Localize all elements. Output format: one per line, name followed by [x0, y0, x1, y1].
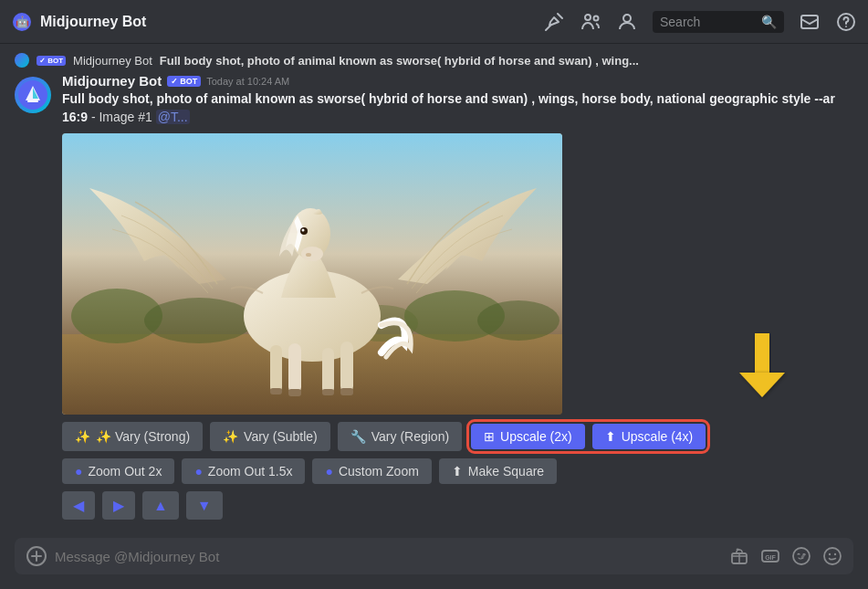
vary-region-label: Vary (Region) [371, 429, 449, 444]
message-suffix: - Image #1 [91, 110, 156, 124]
vary-region-button[interactable]: 🔧 Vary (Region) [338, 422, 462, 451]
upscale-2x-button[interactable]: ⊞ Upscale (2x) [471, 424, 585, 449]
search-bar[interactable]: Search 🔍 [653, 11, 784, 33]
notif-bot-name: Midjourney Bot [73, 54, 152, 68]
svg-rect-27 [288, 389, 301, 396]
buttons-section: ✨ ✨ Vary (Strong) ✨ Vary (Subtle) 🔧 Vary… [62, 422, 853, 520]
zoom-out-1-5x-button[interactable]: ● Zoom Out 1.5x [182, 458, 305, 484]
custom-zoom-label: Custom Zoom [339, 464, 419, 479]
vary-strong-label: ✨ Vary (Strong) [96, 429, 190, 444]
svg-point-39 [829, 553, 831, 555]
zoom-out-2x-button[interactable]: ● Zoom Out 2x [62, 458, 174, 484]
svg-text:🤖: 🤖 [16, 15, 29, 28]
svg-point-19 [301, 247, 323, 261]
vary-subtle-label: Vary (Subtle) [244, 429, 318, 444]
notif-avatar [15, 53, 29, 68]
pin-icon[interactable] [543, 11, 565, 33]
svg-rect-9 [27, 100, 38, 102]
gift-icon[interactable] [729, 546, 749, 566]
svg-rect-28 [322, 389, 334, 395]
make-square-label: Make Square [468, 464, 544, 479]
message-input[interactable] [55, 549, 722, 564]
buttons-row-3: ◀ ▶ ▲ ▼ [62, 491, 853, 520]
svg-text:GIF: GIF [765, 554, 776, 561]
message-header: Midjourney Bot ✓ BOT Today at 10:24 AM [62, 73, 853, 89]
gif-icon[interactable]: GIF [760, 546, 780, 566]
top-bar-left: 🤖 Midjourney Bot [11, 11, 536, 33]
help-icon[interactable] [835, 11, 857, 33]
svg-point-20 [306, 253, 311, 257]
inbox-icon[interactable] [799, 11, 821, 33]
highlighted-buttons-wrapper: ⊞ Upscale (2x) ⬆ Upscale (4x) [469, 422, 707, 451]
yellow-arrow [735, 329, 790, 405]
vary-subtle-button[interactable]: ✨ Vary (Subtle) [210, 422, 330, 451]
svg-point-3 [594, 16, 599, 20]
notification-row: ✓ BOT Midjourney Bot Full body shot, pho… [15, 51, 853, 73]
svg-point-38 [824, 548, 841, 564]
profile-icon[interactable] [616, 11, 638, 33]
svg-rect-31 [755, 333, 769, 374]
top-bar: 🤖 Midjourney Bot [0, 0, 868, 44]
notif-message-preview: Full body shot, photo of animal known as… [160, 54, 639, 68]
arrow-right-button[interactable]: ▶ [102, 491, 135, 520]
arrow-down-button[interactable]: ▼ [186, 491, 223, 520]
svg-rect-5 [801, 16, 818, 28]
zoom-out-1-5x-label: Zoom Out 1.5x [208, 464, 293, 479]
vary-strong-button[interactable]: ✨ ✨ Vary (Strong) [62, 422, 203, 451]
username: Midjourney Bot [62, 73, 162, 89]
svg-point-13 [144, 298, 254, 343]
svg-point-22 [302, 229, 305, 232]
buttons-row-2: ● Zoom Out 2x ● Zoom Out 1.5x ● Custom Z… [62, 458, 853, 484]
arrow-left-icon: ◀ [73, 497, 84, 514]
search-icon: 🔍 [761, 15, 777, 29]
vary-subtle-icon: ✨ [223, 429, 238, 444]
message-row: Midjourney Bot ✓ BOT Today at 10:24 AM F… [15, 73, 853, 520]
add-attachment-button[interactable] [26, 545, 47, 567]
zoom-out-2x-icon: ● [75, 464, 82, 479]
buttons-row-1: ✨ ✨ Vary (Strong) ✨ Vary (Subtle) 🔧 Vary… [62, 422, 853, 451]
svg-point-40 [834, 553, 836, 555]
members-icon[interactable] [580, 11, 601, 33]
arrow-down-icon: ▼ [197, 498, 212, 514]
arrow-left-button[interactable]: ◀ [62, 491, 95, 520]
arrow-up-icon: ▲ [153, 498, 168, 514]
avatar [15, 77, 51, 113]
avatar-image [15, 77, 51, 113]
badge-text: BOT [180, 77, 197, 86]
svg-rect-24 [322, 348, 334, 394]
svg-rect-26 [340, 342, 353, 393]
vary-region-icon: 🔧 [350, 429, 366, 444]
arrow-right-icon: ▶ [113, 497, 124, 514]
highlight-box: ⊞ Upscale (2x) ⬆ Upscale (4x) [469, 422, 707, 451]
upscale-4x-button[interactable]: ⬆ Upscale (4x) [592, 424, 706, 449]
generated-image [62, 133, 562, 415]
upscale-2x-label: Upscale (2x) [500, 429, 572, 444]
emoji-icon[interactable] [822, 546, 842, 566]
channel-icon: 🤖 [11, 11, 33, 33]
channel-name: Midjourney Bot [40, 14, 146, 30]
svg-point-15 [477, 300, 559, 341]
top-bar-right: Search 🔍 [543, 11, 857, 33]
arrow-up-button[interactable]: ▲ [142, 491, 179, 520]
svg-rect-30 [340, 388, 353, 395]
upscale-4x-label: Upscale (4x) [622, 429, 694, 444]
svg-rect-25 [270, 345, 282, 393]
main-content: ✓ BOT Midjourney Bot Full body shot, pho… [0, 44, 868, 538]
zoom-out-1-5x-icon: ● [194, 464, 202, 479]
svg-point-4 [623, 15, 631, 22]
make-square-button[interactable]: ⬆ Make Square [439, 458, 557, 484]
svg-point-7 [846, 26, 847, 26]
notif-bot-badge: ✓ BOT [37, 56, 66, 66]
message-text: Full body shot, photo of animal known as… [62, 90, 853, 126]
svg-point-2 [585, 15, 591, 20]
upscale-4x-icon: ⬆ [605, 429, 616, 444]
svg-rect-29 [270, 388, 282, 394]
bot-badge: ✓ BOT [167, 76, 201, 87]
image-container [62, 133, 562, 415]
sticker-icon[interactable] [791, 546, 811, 566]
svg-marker-32 [739, 373, 785, 397]
bottom-bar-icons: GIF [729, 546, 842, 566]
custom-zoom-button[interactable]: ● Custom Zoom [312, 458, 431, 484]
message-content: Midjourney Bot ✓ BOT Today at 10:24 AM F… [62, 73, 853, 520]
message-timestamp: Today at 10:24 AM [206, 76, 289, 87]
